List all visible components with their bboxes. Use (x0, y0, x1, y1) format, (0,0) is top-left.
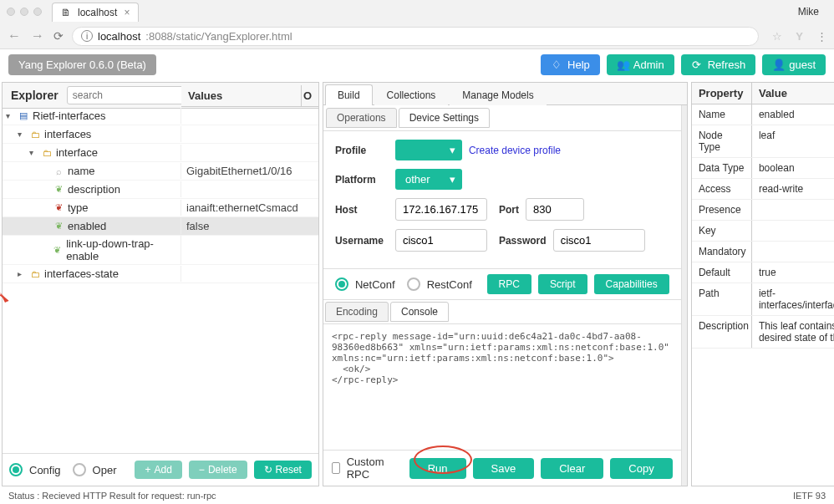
host-input[interactable] (395, 198, 487, 221)
info-icon[interactable]: i (81, 30, 93, 42)
property-row: Nameenabled (692, 104, 834, 125)
tree-label: description (68, 183, 120, 196)
reload-button[interactable]: ⟳ (53, 29, 64, 43)
leaf-green-icon: ❦ (52, 244, 63, 256)
admin-button[interactable]: 👥Admin (607, 54, 674, 75)
property-key: Path (692, 283, 752, 315)
minus-icon: − (199, 464, 205, 476)
status-bar: Status : Recieved HTTP Result for reques… (0, 487, 834, 504)
tree-label: enabled (68, 220, 106, 232)
app-top-bar: Yang Explorer 0.6.0 (Beta) ♢Help 👥Admin … (0, 49, 834, 80)
console-tab[interactable]: Console (390, 302, 449, 322)
url-host: localhost (98, 30, 140, 43)
explorer-tree[interactable]: ▾▤Rietf-interfaces▾🗀interfaces▾🗀interfac… (3, 107, 318, 453)
property-key: Node Type (692, 125, 752, 157)
subtab-operations[interactable]: Operations (326, 108, 397, 128)
tree-label: interfaces (44, 128, 91, 140)
profile-name[interactable]: Mike (798, 6, 827, 18)
guest-button[interactable]: 👤guest (762, 54, 826, 75)
tree-value: GigabitEthernet1/0/16 (181, 163, 318, 179)
rpc-button[interactable]: RPC (487, 274, 531, 294)
delete-button[interactable]: −Delete (189, 461, 247, 479)
netconf-radio[interactable] (335, 277, 348, 291)
tree-row[interactable]: ▾🗀interface (3, 144, 318, 162)
tree-row[interactable]: ⌕nameGigabitEthernet1/0/16 (3, 162, 318, 181)
tree-value (181, 151, 318, 155)
config-radio[interactable] (9, 463, 23, 476)
netconf-label: NetConf (355, 278, 395, 291)
back-button[interactable]: ← (7, 28, 22, 43)
tree-row[interactable]: ▸🗀interfaces-state (3, 265, 318, 283)
encoding-tab[interactable]: Encoding (325, 302, 389, 322)
port-input[interactable] (526, 198, 584, 221)
address-bar[interactable]: i localhost:8088/static/YangExplorer.htm… (72, 27, 759, 46)
property-value: true (752, 262, 834, 283)
tree-label: type (68, 201, 89, 214)
tree-label: name (68, 165, 95, 177)
add-button[interactable]: +Add (135, 461, 181, 479)
tree-row[interactable]: ❦typeianaift:ethernetCsmacd (3, 199, 318, 217)
tree-value (181, 248, 318, 252)
app-title: Yang Explorer 0.6.0 (Beta) (8, 54, 156, 75)
script-button[interactable]: Script (538, 274, 587, 294)
tree-row[interactable]: ❦description (3, 181, 318, 199)
tree-value (181, 115, 318, 118)
tree-value: ianaift:ethernetCsmacd (181, 200, 318, 216)
restconf-label: RestConf (427, 278, 472, 291)
password-input[interactable] (553, 229, 645, 252)
capabilities-button[interactable]: Capabilities (594, 274, 669, 294)
create-profile-link[interactable]: Create device profile (469, 145, 561, 156)
window-controls[interactable] (7, 8, 42, 16)
copy-button[interactable]: Copy (610, 458, 672, 479)
password-label: Password (499, 235, 547, 247)
platform-label: Platform (335, 174, 389, 186)
tab-manage-models[interactable]: Manage Models (450, 84, 546, 105)
profile-select[interactable] (395, 140, 462, 160)
restconf-radio[interactable] (407, 277, 420, 291)
github-icon: ♢ (551, 59, 562, 71)
book-blue-icon: ▤ (18, 110, 29, 122)
tree-row[interactable]: ❦link-up-down-trap-enable (3, 236, 318, 265)
tab-collections[interactable]: Collections (374, 84, 449, 105)
status-right: IETF 93 (793, 491, 826, 501)
explorer-panel: Explorer Values O ▾▤Rietf-interfaces▾🗀in… (2, 82, 319, 486)
close-icon[interactable]: × (124, 7, 130, 18)
menu-icon[interactable]: ⋮ (816, 30, 827, 43)
save-button[interactable]: Save (473, 458, 535, 479)
scrollbar[interactable] (681, 105, 687, 486)
property-value: read-write (752, 179, 834, 199)
property-row: DescriptionThis leaf contains the config… (692, 316, 834, 349)
profile-label: Profile (335, 145, 389, 156)
tree-label: interfaces-state (44, 267, 119, 280)
custom-rpc-checkbox[interactable] (332, 462, 340, 474)
folder-open-icon: 🗀 (29, 268, 41, 280)
tab-title: localhost (78, 7, 117, 18)
tree-row[interactable]: ▾▤Rietf-interfaces (3, 107, 318, 125)
subtab-device-settings[interactable]: Device Settings (399, 108, 490, 128)
browser-tab[interactable]: 🗎 localhost × (52, 3, 139, 22)
tree-row[interactable]: ▾🗀interfaces (3, 125, 318, 144)
console-output[interactable]: <rpc-reply message-id="urn:uuid:de6c4a21… (323, 324, 681, 450)
refresh-button[interactable]: ⟳Refresh (681, 54, 756, 75)
page-icon: 🗎 (61, 7, 71, 18)
bookmark-icon[interactable]: ☆ (772, 30, 782, 43)
user-icon: 👤 (772, 59, 784, 71)
reset-button[interactable]: ↻Reset (254, 461, 312, 479)
folder-open-icon: 🗀 (41, 147, 53, 159)
username-input[interactable] (395, 229, 487, 252)
url-path: :8088/static/YangExplorer.html (145, 30, 292, 43)
clear-button[interactable]: Clear (541, 458, 603, 479)
property-key: Access (692, 179, 752, 199)
tab-build[interactable]: Build (325, 84, 373, 105)
run-button[interactable]: Run (409, 458, 466, 479)
tree-row[interactable]: ❦enabledfalse (3, 217, 318, 236)
tree-value (181, 272, 318, 276)
build-panel: Build Collections Manage Models Operatio… (323, 82, 688, 486)
oper-radio[interactable] (73, 463, 86, 476)
platform-select[interactable]: other (395, 169, 462, 190)
extension-icon[interactable]: Y (796, 30, 803, 43)
property-row: Key (692, 221, 834, 242)
tree-value (181, 188, 318, 191)
host-label: Host (335, 204, 389, 216)
help-button[interactable]: ♢Help (541, 54, 600, 75)
